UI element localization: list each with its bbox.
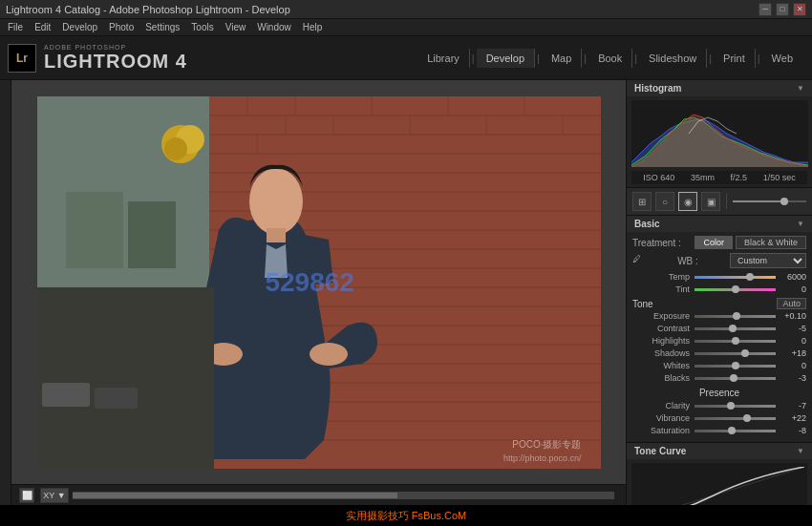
menu-view[interactable]: View — [225, 22, 246, 32]
presence-slider-row-2: Saturation -8 — [632, 426, 806, 435]
slider-track-2[interactable] — [694, 340, 776, 343]
menu-tools[interactable]: Tools — [191, 22, 213, 32]
slider-track-4[interactable] — [694, 365, 776, 368]
tab-library[interactable]: Library — [417, 49, 470, 68]
redeye-tool[interactable]: ◉ — [678, 192, 697, 211]
presence-track-1[interactable] — [694, 417, 776, 420]
treatment-row: Treatment : Color Black & White — [632, 236, 806, 249]
presence-label-0: Clarity — [632, 401, 694, 410]
tint-slider[interactable] — [694, 288, 776, 291]
tab-map[interactable]: Map — [542, 49, 582, 68]
presence-track-0[interactable] — [694, 405, 776, 408]
iso-value: ISO 640 — [643, 173, 674, 182]
watermark-url: http://photo.poco.cn/ — [503, 453, 582, 463]
tab-web[interactable]: Web — [762, 49, 802, 68]
basic-header[interactable]: Basic ▼ — [627, 216, 812, 232]
slider-value-4: 0 — [776, 361, 806, 370]
temp-label: Temp — [632, 272, 694, 282]
bottom-icon-xy[interactable]: XY ▼ — [40, 488, 69, 503]
svg-rect-38 — [42, 383, 90, 407]
page-footer: 实用摄影技巧 FsBus.CoM — [0, 505, 812, 526]
menu-photo[interactable]: Photo — [109, 22, 134, 32]
crop-tool[interactable]: ⊞ — [632, 192, 652, 211]
titlebar: Lightroom 4 Catalog - Adobe Photoshop Li… — [0, 0, 812, 19]
main-area: 529862 POCO·摄影专题 http://photo.poco.cn/ ⬜… — [0, 80, 812, 505]
tint-value: 0 — [776, 284, 806, 294]
presence-value-0: -7 — [776, 401, 806, 410]
tone-slider-row-0: Exposure +0.10 — [632, 311, 806, 321]
presence-label-1: Vibrance — [632, 413, 694, 423]
treatment-buttons: Color Black & White — [694, 236, 806, 249]
wb-row: 🖊 WB : Custom As Shot Auto Daylight — [632, 253, 806, 268]
basic-arrow: ▼ — [797, 220, 804, 228]
wb-label: WB : — [677, 256, 698, 266]
presence-title: Presence — [632, 388, 806, 398]
menu-window[interactable]: Window — [257, 22, 291, 32]
slider-value-0: +0.10 — [776, 311, 806, 321]
svg-rect-39 — [95, 388, 138, 409]
gradient-tool[interactable]: ▣ — [701, 192, 720, 211]
basic-section: Basic ▼ Treatment : Color Black & White … — [627, 216, 812, 443]
slider-value-5: -3 — [776, 373, 806, 383]
tool-slider[interactable] — [733, 200, 806, 202]
svg-point-44 — [164, 137, 187, 160]
menu-edit[interactable]: Edit — [34, 22, 51, 32]
slider-track-0[interactable] — [694, 315, 776, 318]
tint-label: Tint — [632, 284, 694, 294]
tab-book[interactable]: Book — [588, 49, 632, 68]
maximize-button[interactable]: □ — [776, 3, 789, 16]
eyedropper-icon[interactable]: 🖊 — [632, 254, 646, 267]
auto-button[interactable]: Auto — [777, 298, 806, 309]
slider-label-3: Shadows — [632, 348, 694, 358]
menu-file[interactable]: File — [8, 22, 23, 32]
photo-container: 529862 POCO·摄影专题 http://photo.poco.cn/ — [37, 96, 601, 469]
slider-label-1: Contrast — [632, 324, 694, 333]
tab-slideshow[interactable]: Slideshow — [639, 49, 707, 68]
histogram-section: Histogram ▼ — [627, 80, 812, 188]
menu-settings[interactable]: Settings — [145, 22, 180, 32]
healing-tool[interactable]: ○ — [655, 192, 674, 211]
logo-area: Lr ADOBE PHOTOSHOP LIGHTROOM 4 — [8, 44, 187, 73]
slider-label-5: Blacks — [632, 373, 694, 383]
bw-button[interactable]: Black & White — [736, 236, 806, 249]
histogram-header[interactable]: Histogram ▼ — [627, 80, 812, 96]
tone-curve-arrow: ▼ — [797, 447, 804, 455]
wb-select[interactable]: Custom As Shot Auto Daylight — [730, 253, 806, 268]
slider-track-1[interactable] — [694, 327, 776, 330]
tint-slider-row: Tint 0 — [632, 284, 806, 294]
temp-slider[interactable] — [694, 276, 776, 279]
tab-print[interactable]: Print — [714, 49, 756, 68]
tone-title: Tone — [632, 299, 653, 309]
footer-text: 实用摄影技巧 FsBus.CoM — [346, 509, 467, 523]
tone-slider-row-1: Contrast -5 — [632, 324, 806, 333]
svg-point-33 — [249, 168, 303, 235]
slider-label-2: Highlights — [632, 336, 694, 346]
tone-curve-header[interactable]: Tone Curve ▼ — [627, 443, 812, 459]
close-button[interactable]: ✕ — [793, 3, 806, 16]
tool-strip: ⊞ ○ ◉ ▣ — [627, 188, 812, 216]
slider-label-4: Whites — [632, 361, 694, 370]
temp-value: 6000 — [776, 272, 806, 282]
menu-develop[interactable]: Develop — [62, 22, 97, 32]
presence-slider-row-1: Vibrance +22 — [632, 413, 806, 423]
color-button[interactable]: Color — [694, 236, 733, 249]
treatment-label: Treatment : — [632, 238, 681, 248]
watermark-brand: POCO·摄影专题 — [512, 438, 581, 452]
slider-label-0: Exposure — [632, 311, 694, 321]
menubar: File Edit Develop Photo Settings Tools V… — [0, 19, 812, 36]
temp-slider-row: Temp 6000 — [632, 272, 806, 282]
slider-track-3[interactable] — [694, 352, 776, 355]
tone-sliders: Exposure +0.10 Contrast -5 Highlights 0 … — [632, 311, 806, 383]
bottom-icon-frame[interactable]: ⬜ — [19, 488, 34, 503]
menu-help[interactable]: Help — [303, 22, 323, 32]
slider-track-5[interactable] — [694, 377, 776, 380]
tab-develop[interactable]: Develop — [477, 49, 535, 68]
focal-value: 35mm — [691, 173, 715, 182]
histogram-canvas — [631, 100, 808, 167]
photo-svg — [37, 96, 601, 469]
minimize-button[interactable]: ─ — [759, 3, 772, 16]
center-panel: 529862 POCO·摄影专题 http://photo.poco.cn/ ⬜… — [11, 80, 626, 505]
histogram-arrow: ▼ — [797, 84, 804, 93]
presence-track-2[interactable] — [694, 430, 776, 432]
window-controls: ─ □ ✕ — [759, 3, 806, 16]
